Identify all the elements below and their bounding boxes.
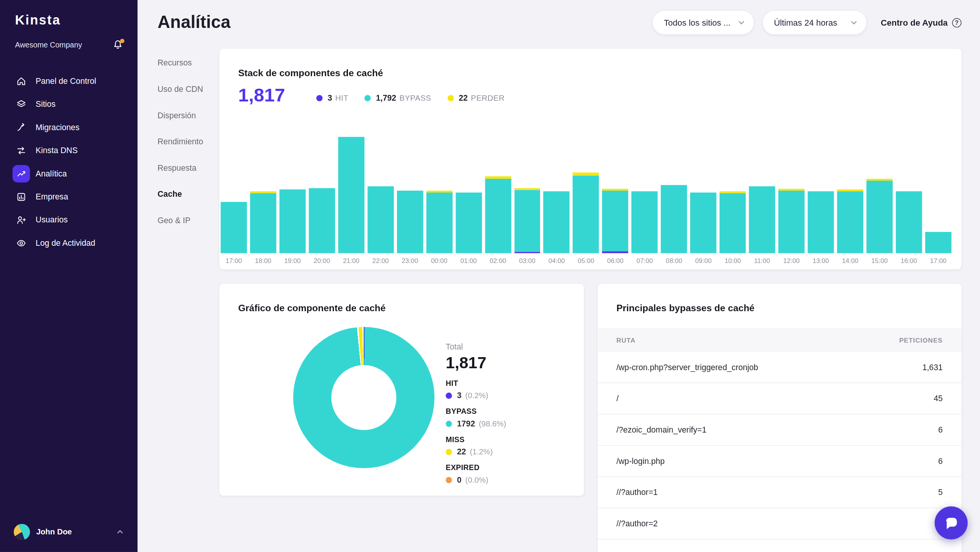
bar-group[interactable]: 17:00 — [220, 202, 247, 265]
bar-segment-bypass — [309, 188, 335, 253]
x-axis-label: 00:00 — [426, 257, 452, 265]
bar-group[interactable]: 15:00 — [866, 179, 893, 264]
legend-value: 3 — [328, 93, 332, 102]
stacked-bar — [925, 232, 952, 253]
bar-group[interactable]: 12:00 — [778, 189, 805, 265]
time-filter-select[interactable]: Últimas 24 horas — [762, 10, 867, 35]
x-axis-label: 23:00 — [397, 257, 423, 265]
help-center-label: Centro de Ayuda — [881, 18, 948, 27]
bar-group[interactable]: 19:00 — [279, 189, 306, 264]
bar-segment-bypass — [690, 192, 717, 253]
subnav-item-rendimiento[interactable]: Rendimiento — [158, 136, 220, 147]
legend-name: BYPASS — [399, 93, 431, 102]
notification-bell-icon[interactable] — [113, 39, 124, 51]
stacked-bar — [866, 179, 893, 253]
requests-cell: 6 — [938, 456, 943, 465]
legend-dot — [316, 95, 322, 101]
bar-group[interactable]: 02:00 — [485, 176, 511, 264]
segment-label: HIT — [446, 379, 555, 388]
legend-dot — [365, 95, 371, 101]
user-menu[interactable]: John Doe — [0, 512, 137, 552]
bar-group[interactable]: 21:00 — [338, 137, 364, 265]
sidebar-item-migraciones[interactable]: Migraciones — [0, 116, 137, 139]
x-axis-label: 07:00 — [632, 257, 658, 265]
stacked-bar — [808, 191, 834, 253]
bar-segment-bypass — [749, 186, 776, 253]
bar-group[interactable]: 04:00 — [544, 191, 570, 265]
user-name: John Doe — [36, 528, 72, 536]
cache-stack-head: 1,817 3HIT1,792BYPASS22PERDER — [219, 78, 961, 105]
subnav-item-cache[interactable]: Cache — [158, 189, 220, 200]
subnav-item-respuesta[interactable]: Respuesta — [158, 163, 220, 174]
bar-group[interactable]: 10:00 — [720, 191, 746, 265]
bar-group[interactable]: 20:00 — [309, 188, 335, 265]
subnav-item-uso-de-cdn[interactable]: Uso de CDN — [158, 84, 220, 95]
bar-group[interactable]: 06:00 — [602, 189, 629, 265]
notification-dot — [120, 39, 124, 43]
bar-group[interactable]: 23:00 — [397, 191, 423, 265]
sites-icon — [13, 95, 30, 113]
sidebar-item-kinsta-dns[interactable]: Kinsta DNS — [0, 139, 137, 162]
legend-value: 1,792 — [376, 93, 396, 102]
bar-segment-hit — [514, 252, 541, 253]
cache-donut-title: Gráfico de componente de caché — [219, 284, 584, 313]
sidebar-item-analitica[interactable]: Analítica — [0, 162, 137, 185]
cache-donut[interactable] — [293, 327, 434, 468]
x-axis-label: 12:00 — [778, 257, 805, 265]
bar-segment-bypass — [485, 179, 511, 253]
bar-group[interactable]: 13:00 — [808, 191, 834, 265]
bar-group[interactable]: 07:00 — [632, 191, 658, 265]
segment-dot — [446, 420, 452, 426]
segment-percent: (0.0%) — [465, 475, 488, 484]
bar-group[interactable]: 18:00 — [250, 191, 276, 265]
stacked-bar — [279, 189, 306, 253]
bar-segment-bypass — [279, 189, 306, 253]
subnav-item-dispersion[interactable]: Dispersión — [158, 110, 220, 121]
site-filter-select[interactable]: Todos los sitios ... — [652, 10, 755, 35]
bar-group[interactable]: 08:00 — [661, 185, 688, 265]
bar-segment-bypass — [426, 192, 452, 253]
sidebar-item-label: Usuarios — [36, 215, 68, 224]
bar-group[interactable]: 03:00 — [514, 188, 541, 265]
sidebar-item-label: Kinsta DNS — [36, 145, 78, 155]
bar-group[interactable]: 05:00 — [573, 173, 599, 265]
bar-group[interactable]: 22:00 — [368, 186, 394, 265]
stacked-bar — [778, 189, 805, 253]
x-axis-label: 15:00 — [866, 257, 893, 265]
help-icon: ? — [952, 18, 961, 27]
bar-group[interactable]: 17:00 — [925, 232, 952, 264]
stacked-bar — [250, 191, 276, 253]
intercom-launcher[interactable] — [934, 506, 968, 540]
sidebar-item-panel-de-control[interactable]: Panel de Control — [0, 69, 137, 92]
main-area: Analítica Todos los sitios ... Últimas 2… — [137, 0, 980, 552]
dns-icon — [13, 142, 30, 159]
legend-item-bypass: 1,792BYPASS — [365, 93, 431, 102]
sidebar-item-sitios[interactable]: Sitios — [0, 93, 137, 116]
bar-group[interactable]: 00:00 — [426, 191, 452, 265]
sidebar-item-usuarios[interactable]: Usuarios — [0, 208, 137, 231]
bypass-table-title: Principales bypasses de caché — [598, 284, 961, 313]
bar-group[interactable]: 09:00 — [690, 192, 717, 264]
requests-cell: 5 — [938, 488, 943, 497]
sidebar-item-log-de-actividad[interactable]: Log de Actividad — [0, 231, 137, 254]
bar-group[interactable]: 01:00 — [456, 192, 482, 264]
bar-group[interactable]: 11:00 — [749, 186, 776, 265]
subnav-item-recursos[interactable]: Recursos — [158, 57, 220, 69]
sidebar-item-empresa[interactable]: Empresa — [0, 185, 137, 208]
stacked-bar — [544, 191, 570, 253]
stacked-bar — [338, 137, 364, 253]
subnav-item-geo-ip[interactable]: Geo & IP — [158, 215, 220, 226]
bar-segment-bypass — [837, 191, 864, 253]
segment-percent: (98.6%) — [479, 419, 506, 428]
stacked-bar — [749, 186, 776, 253]
sidebar-item-label: Empresa — [36, 192, 68, 201]
stacked-bar — [632, 191, 658, 253]
x-axis-label: 14:00 — [837, 257, 864, 265]
segment-label: EXPIRED — [446, 463, 555, 472]
bar-segment-bypass — [456, 192, 482, 253]
cache-donut-stats: Total 1,817 HIT3(0.2%)BYPASS1792(98.6%)M… — [446, 327, 555, 491]
bar-group[interactable]: 16:00 — [896, 191, 922, 265]
help-center-link[interactable]: Centro de Ayuda ? — [881, 18, 962, 27]
bar-group[interactable]: 14:00 — [837, 189, 864, 264]
bar-segment-bypass — [925, 232, 952, 253]
